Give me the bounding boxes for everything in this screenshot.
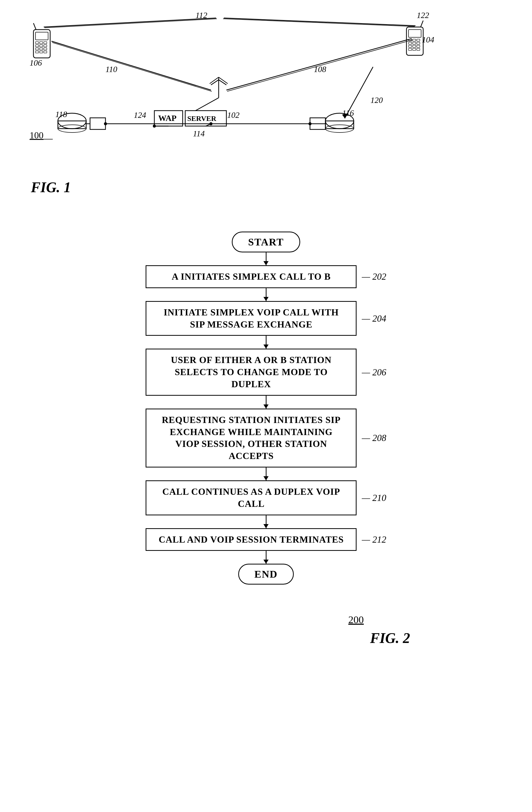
svg-text:112: 112	[195, 11, 207, 20]
svg-rect-14	[44, 51, 47, 53]
arrow-2	[266, 288, 267, 301]
svg-rect-10	[40, 48, 43, 50]
arrow-4	[266, 396, 267, 409]
svg-line-1	[33, 23, 36, 30]
ref-212: — 212	[362, 534, 386, 545]
svg-text:SERVER: SERVER	[187, 115, 216, 122]
flow-end-row: END	[238, 564, 294, 584]
flow-row-204: INITIATE SIMPLEX VOIP CALL WITHSIP MESSA…	[146, 301, 386, 336]
flow-start-row: START	[232, 232, 300, 252]
ref-208: — 208	[362, 433, 386, 443]
flow-row-202: A INITIATES SIMPLEX CALL TO B — 202	[146, 265, 386, 288]
flow-row-208: REQUESTING STATION INITIATES SIPEXCHANGE…	[146, 409, 386, 467]
flow-box-206: USER OF EITHER A OR B STATIONSELECTS TO …	[146, 349, 357, 395]
arrow-3	[266, 336, 267, 349]
svg-rect-12	[35, 51, 39, 53]
svg-rect-64	[90, 118, 105, 129]
svg-point-69	[308, 122, 312, 125]
fig2-label: FIG. 2	[370, 630, 410, 646]
arrow-7	[266, 551, 267, 564]
flow-box-208: REQUESTING STATION INITIATES SIPEXCHANGE…	[146, 409, 357, 467]
flow-box-210: CALL CONTINUES AS A DUPLEX VOIP CALL	[146, 480, 357, 516]
flow-row-212: CALL AND VOIP SESSION TERMINATES — 212	[146, 528, 386, 551]
end-terminal: END	[238, 564, 294, 584]
svg-rect-30	[417, 48, 420, 50]
flow-box-212: CALL AND VOIP SESSION TERMINATES	[146, 528, 357, 551]
svg-line-17	[420, 20, 423, 27]
svg-rect-18	[409, 30, 421, 37]
flow-box-204: INITIATE SIMPLEX VOIP CALL WITHSIP MESSA…	[146, 301, 357, 336]
svg-line-48	[223, 19, 415, 27]
svg-rect-27	[417, 45, 420, 47]
arrow-1	[266, 252, 267, 265]
svg-rect-24	[417, 42, 420, 44]
svg-point-75	[209, 122, 212, 125]
svg-text:102: 102	[227, 111, 239, 120]
tower	[210, 77, 228, 98]
flow-row-210: CALL CONTINUES AS A DUPLEX VOIP CALL — 2…	[146, 480, 386, 516]
svg-rect-2	[35, 32, 48, 40]
svg-line-39	[52, 42, 212, 91]
svg-text:108: 108	[314, 64, 326, 74]
ref-200-label: 200	[348, 614, 364, 626]
fig2-diagram: START A INITIATES SIMPLEX CALL TO B — 20…	[112, 221, 420, 626]
svg-line-35	[219, 80, 226, 85]
phone-left: 106	[30, 23, 50, 68]
svg-line-47	[224, 18, 415, 26]
svg-rect-5	[44, 42, 47, 44]
svg-rect-21	[417, 39, 420, 41]
ref-204: — 204	[362, 313, 386, 324]
svg-text:WAP: WAP	[158, 114, 176, 123]
svg-rect-9	[35, 48, 39, 50]
start-terminal: START	[232, 232, 300, 252]
svg-rect-20	[413, 39, 416, 41]
svg-rect-13	[40, 51, 43, 53]
svg-line-41	[226, 39, 412, 90]
svg-rect-11	[44, 48, 47, 50]
fig1-diagram: 106 104 122	[15, 10, 453, 190]
svg-text:104: 104	[422, 35, 434, 44]
arrow-6	[266, 516, 267, 528]
svg-text:114: 114	[193, 129, 205, 138]
svg-rect-3	[35, 42, 39, 44]
svg-rect-29	[413, 48, 416, 50]
svg-line-44	[44, 18, 216, 27]
arrow-5	[266, 467, 267, 480]
svg-line-34	[211, 80, 219, 85]
svg-rect-22	[409, 42, 412, 44]
svg-rect-4	[40, 42, 43, 44]
svg-rect-8	[44, 45, 47, 47]
svg-text:106: 106	[30, 58, 42, 68]
phone-right: 104 122	[407, 11, 434, 55]
svg-text:118: 118	[55, 110, 67, 119]
flow-box-202: A INITIATES SIMPLEX CALL TO B	[146, 265, 357, 288]
flowchart: START A INITIATES SIMPLEX CALL TO B — 20…	[112, 221, 420, 626]
flow-row-206: USER OF EITHER A OR B STATIONSELECTS TO …	[146, 349, 386, 395]
svg-line-45	[45, 19, 217, 28]
svg-rect-28	[409, 48, 412, 50]
ref-202: — 202	[362, 271, 386, 282]
svg-rect-23	[413, 42, 416, 44]
svg-line-55	[195, 98, 219, 111]
ref-210: — 210	[362, 492, 386, 503]
svg-rect-6	[35, 45, 39, 47]
svg-text:122: 122	[417, 11, 429, 20]
svg-rect-7	[40, 45, 43, 47]
fig1-label: FIG. 1	[31, 179, 71, 195]
svg-line-38	[51, 41, 211, 90]
ref-206: — 206	[362, 367, 386, 378]
svg-line-76	[345, 67, 373, 118]
svg-text:124: 124	[134, 111, 146, 120]
svg-text:120: 120	[370, 96, 383, 105]
svg-rect-26	[413, 45, 416, 47]
svg-rect-25	[409, 45, 412, 47]
svg-text:110: 110	[105, 64, 117, 74]
